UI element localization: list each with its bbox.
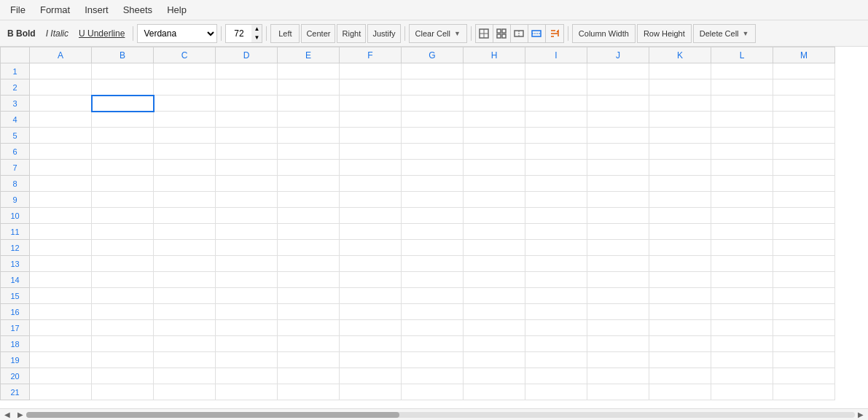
- cell-F8[interactable]: [340, 176, 402, 192]
- cell-C9[interactable]: [154, 192, 216, 208]
- cell-K13[interactable]: [649, 256, 711, 272]
- cell-B15[interactable]: [92, 288, 154, 304]
- cell-I21[interactable]: [525, 384, 587, 400]
- cell-A7[interactable]: [30, 160, 92, 176]
- cell-L5[interactable]: [711, 128, 773, 144]
- cell-J10[interactable]: [587, 208, 649, 224]
- cell-H18[interactable]: [464, 336, 525, 352]
- h-scrollbar[interactable]: ◀ ▶ ▶: [0, 408, 868, 420]
- cell-C4[interactable]: [154, 112, 216, 128]
- cell-J2[interactable]: [587, 79, 649, 96]
- cell-M8[interactable]: [773, 176, 835, 192]
- cell-D4[interactable]: [216, 112, 278, 128]
- cell-B19[interactable]: [92, 352, 154, 368]
- cell-K12[interactable]: [649, 240, 711, 256]
- cell-E2[interactable]: [278, 79, 340, 96]
- cell-C10[interactable]: [154, 208, 216, 224]
- cell-F16[interactable]: [340, 304, 402, 320]
- cell-H20[interactable]: [464, 368, 525, 384]
- cell-E9[interactable]: [278, 192, 340, 208]
- cell-J8[interactable]: [587, 176, 649, 192]
- cell-E17[interactable]: [278, 320, 340, 336]
- cell-K20[interactable]: [649, 368, 711, 384]
- cell-I13[interactable]: [525, 256, 587, 272]
- scroll-right-end-btn[interactable]: ▶: [855, 409, 867, 421]
- cell-A12[interactable]: [30, 240, 92, 256]
- cell-G1[interactable]: [402, 63, 464, 79]
- cell-G21[interactable]: [402, 384, 464, 400]
- cell-K6[interactable]: [649, 144, 711, 160]
- cell-C15[interactable]: [154, 288, 216, 304]
- cell-A10[interactable]: [30, 208, 92, 224]
- cell-H5[interactable]: [464, 128, 525, 144]
- cell-H9[interactable]: [464, 192, 525, 208]
- cell-J11[interactable]: [587, 224, 649, 240]
- cell-H16[interactable]: [464, 304, 525, 320]
- cell-J18[interactable]: [587, 336, 649, 352]
- cell-K7[interactable]: [649, 160, 711, 176]
- cell-H17[interactable]: [464, 320, 525, 336]
- cell-J6[interactable]: [587, 144, 649, 160]
- row-height-button[interactable]: Row Height: [637, 24, 692, 43]
- cell-C11[interactable]: [154, 224, 216, 240]
- cell-M19[interactable]: [773, 352, 835, 368]
- cell-I7[interactable]: [525, 160, 587, 176]
- cell-K11[interactable]: [649, 224, 711, 240]
- cell-E14[interactable]: [278, 272, 340, 288]
- cell-E18[interactable]: [278, 336, 340, 352]
- sort-icon[interactable]: [546, 25, 563, 42]
- cell-B8[interactable]: [92, 176, 154, 192]
- cell-I16[interactable]: [525, 304, 587, 320]
- cell-E15[interactable]: [278, 288, 340, 304]
- cell-D7[interactable]: [216, 160, 278, 176]
- cell-I14[interactable]: [525, 272, 587, 288]
- cell-G17[interactable]: [402, 320, 464, 336]
- cell-D16[interactable]: [216, 304, 278, 320]
- cell-J5[interactable]: [587, 128, 649, 144]
- cell-J3[interactable]: [587, 96, 649, 112]
- h-scrollbar-track[interactable]: [26, 412, 855, 418]
- cell-C21[interactable]: [154, 384, 216, 400]
- cell-I12[interactable]: [525, 240, 587, 256]
- cell-H21[interactable]: [464, 384, 525, 400]
- cell-E20[interactable]: [278, 368, 340, 384]
- cell-L8[interactable]: [711, 176, 773, 192]
- cell-F15[interactable]: [340, 288, 402, 304]
- cell-L1[interactable]: [711, 63, 773, 79]
- cell-A19[interactable]: [30, 352, 92, 368]
- cell-H19[interactable]: [464, 352, 525, 368]
- cell-K16[interactable]: [649, 304, 711, 320]
- cell-A20[interactable]: [30, 368, 92, 384]
- cell-D18[interactable]: [216, 336, 278, 352]
- cell-G4[interactable]: [402, 112, 464, 128]
- cell-L19[interactable]: [711, 352, 773, 368]
- cell-B5[interactable]: [92, 128, 154, 144]
- cell-E19[interactable]: [278, 352, 340, 368]
- cell-L18[interactable]: [711, 336, 773, 352]
- cell-L3[interactable]: [711, 96, 773, 112]
- cell-J9[interactable]: [587, 192, 649, 208]
- cell-I19[interactable]: [525, 352, 587, 368]
- cell-K19[interactable]: [649, 352, 711, 368]
- cell-D21[interactable]: [216, 384, 278, 400]
- cell-F1[interactable]: [340, 63, 402, 79]
- cell-G14[interactable]: [402, 272, 464, 288]
- cell-H2[interactable]: [464, 79, 525, 96]
- cell-D11[interactable]: [216, 224, 278, 240]
- cell-C5[interactable]: [154, 128, 216, 144]
- cell-E7[interactable]: [278, 160, 340, 176]
- cell-B17[interactable]: [92, 320, 154, 336]
- spreadsheet-scroll[interactable]: ABCDEFGHIJKLM 12345678910111213141516171…: [0, 47, 868, 408]
- cell-I6[interactable]: [525, 144, 587, 160]
- cell-C13[interactable]: [154, 256, 216, 272]
- cell-K17[interactable]: [649, 320, 711, 336]
- cell-H1[interactable]: [464, 63, 525, 79]
- scroll-right-btn[interactable]: ▶: [15, 409, 26, 421]
- cell-G8[interactable]: [402, 176, 464, 192]
- cell-A15[interactable]: [30, 288, 92, 304]
- cell-L16[interactable]: [711, 304, 773, 320]
- delete-cell-button[interactable]: Delete Cell ▼: [693, 24, 756, 43]
- cell-D13[interactable]: [216, 256, 278, 272]
- menu-insert[interactable]: Insert: [77, 1, 116, 18]
- border-icon-1[interactable]: [476, 25, 493, 42]
